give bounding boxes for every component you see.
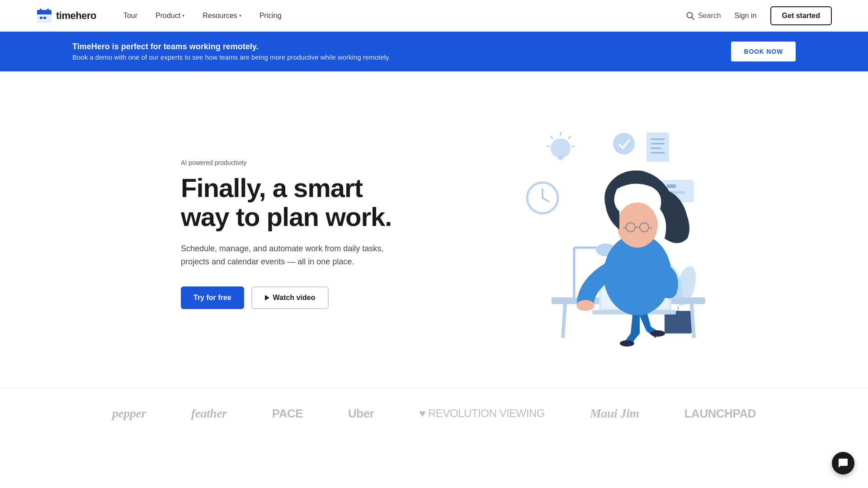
logo-pepper: pepper <box>112 406 146 421</box>
chat-icon <box>838 458 849 469</box>
hero-title: Finally, a smart way to plan work. <box>181 174 398 231</box>
hero-section: AI powered productivity Finally, a smart… <box>0 71 868 388</box>
get-started-button[interactable]: Get started <box>770 6 832 25</box>
banner-headline: TimeHero is perfect for teams working re… <box>72 42 390 52</box>
hero-content: AI powered productivity Finally, a smart… <box>181 159 398 309</box>
svg-point-10 <box>551 138 571 158</box>
nav-right: Search Sign in Get started <box>686 6 832 25</box>
logos-strip: pepper feather PACE Uber ♥ REVOLUTION VI… <box>0 388 868 448</box>
svg-line-9 <box>692 17 694 19</box>
svg-point-42 <box>620 340 634 347</box>
logo-mauijim: Maui Jim <box>590 406 639 421</box>
chevron-down-icon: ▾ <box>239 13 241 18</box>
nav-links: Tour Product ▾ Resources ▾ Pricing <box>123 12 686 20</box>
svg-point-43 <box>651 330 665 337</box>
chevron-down-icon: ▾ <box>182 13 184 18</box>
svg-line-38 <box>692 304 694 338</box>
svg-line-25 <box>542 198 549 202</box>
hero-description: Schedule, manage, and automate work from… <box>181 242 398 268</box>
hero-illustration <box>470 121 723 347</box>
search-icon <box>686 12 694 20</box>
svg-rect-5 <box>47 9 49 12</box>
svg-rect-6 <box>40 17 42 19</box>
svg-point-17 <box>613 133 635 155</box>
play-icon <box>265 295 269 300</box>
svg-rect-7 <box>43 17 46 19</box>
chat-button[interactable] <box>832 452 854 474</box>
banner-subtext: Book a demo with one of our experts to s… <box>72 53 390 61</box>
search-button[interactable]: Search <box>686 12 721 20</box>
logo-text: timehero <box>56 10 96 22</box>
svg-rect-3 <box>37 13 52 14</box>
logo-icon <box>36 8 52 24</box>
svg-rect-27 <box>667 184 676 188</box>
svg-rect-11 <box>558 156 563 160</box>
nav-item-pricing[interactable]: Pricing <box>259 12 282 20</box>
svg-point-46 <box>617 202 658 248</box>
hero-buttons: Try for free Watch video <box>181 286 398 309</box>
logo-launchpad: LAUNCHPAD <box>684 407 756 421</box>
svg-rect-18 <box>646 132 669 162</box>
logo-pace: PACE <box>272 407 303 421</box>
nav-item-product[interactable]: Product ▾ <box>156 12 184 20</box>
svg-line-16 <box>550 136 553 139</box>
book-now-button[interactable]: BOOK NOW <box>731 42 796 61</box>
hero-illustration-container <box>434 121 760 347</box>
promo-banner: TimeHero is perfect for teams working re… <box>0 32 868 71</box>
banner-text: TimeHero is perfect for teams working re… <box>72 42 390 61</box>
signin-link[interactable]: Sign in <box>735 12 757 20</box>
navigation: timehero Tour Product ▾ Resources ▾ Pric… <box>0 0 868 32</box>
logo-revolution: ♥ REVOLUTION VIEWING <box>419 407 545 420</box>
svg-line-37 <box>563 304 565 338</box>
nav-item-tour[interactable]: Tour <box>123 12 137 20</box>
svg-point-45 <box>576 300 594 311</box>
nav-item-resources[interactable]: Resources ▾ <box>203 12 241 20</box>
svg-line-15 <box>568 136 571 139</box>
logo-uber: Uber <box>348 407 374 421</box>
watch-video-button[interactable]: Watch video <box>251 286 329 309</box>
logo-feather: feather <box>191 406 227 421</box>
svg-rect-4 <box>40 9 42 12</box>
logo-link[interactable]: timehero <box>36 8 96 24</box>
try-free-button[interactable]: Try for free <box>181 286 244 309</box>
hero-eyebrow: AI powered productivity <box>181 159 398 166</box>
